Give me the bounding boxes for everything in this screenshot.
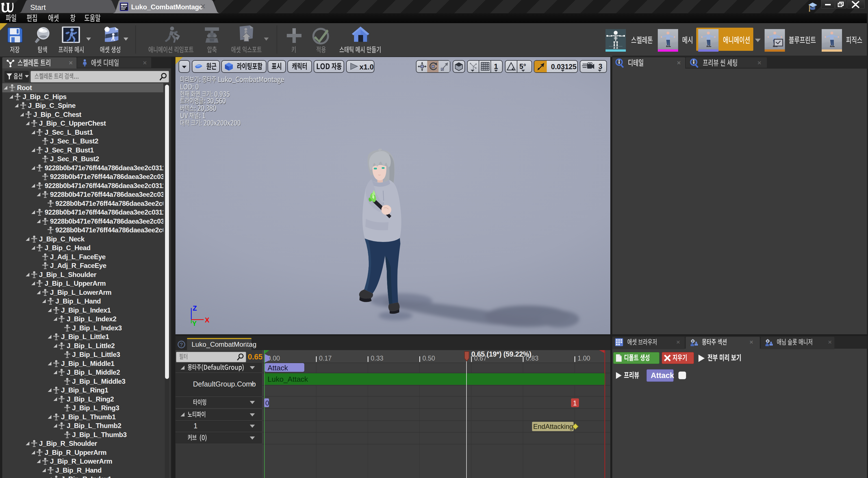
svg-text:?: ? <box>180 342 183 347</box>
svg-text:Z: Z <box>193 304 197 312</box>
svg-text:X: X <box>205 316 209 324</box>
svg-text:Y: Y <box>192 319 197 327</box>
